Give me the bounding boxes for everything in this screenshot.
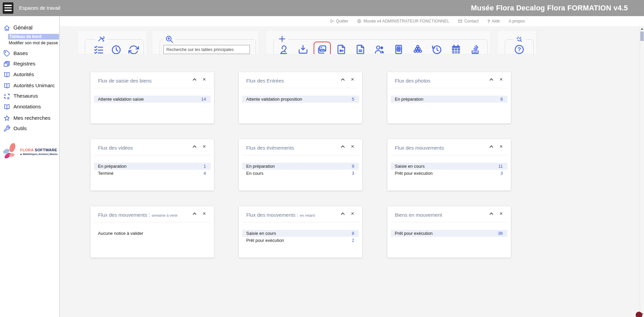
sidebar-item-label: Modifier son mot de passe [9, 41, 58, 45]
scrollbar-thumb[interactable] [640, 32, 644, 41]
cluster-icon[interactable] [412, 44, 423, 54]
hamburger-menu-button[interactable] [3, 2, 13, 14]
scroll-up-arrow-icon[interactable] [641, 28, 643, 30]
collapse-icon[interactable] [341, 213, 344, 216]
close-icon[interactable]: × [351, 143, 354, 150]
tools-icon [95, 35, 107, 44]
close-icon[interactable]: × [499, 76, 503, 83]
sidebar-item-label: Annotations [13, 104, 41, 110]
sidebar-item-general[interactable]: Général [3, 23, 33, 32]
row-label: En cours [246, 171, 263, 176]
collapse-icon[interactable] [490, 146, 493, 149]
card-row[interactable]: En préparation 8 [391, 96, 507, 103]
logo-text: FLORA SOFTWARE ● Bibliothèques | Archive… [20, 148, 58, 155]
workspaces-label[interactable]: Espaces de travail [19, 0, 60, 16]
calendar-icon[interactable] [450, 44, 462, 54]
collapse-icon[interactable] [341, 146, 344, 149]
sidebar-item-thesaurus[interactable]: AB Thesaurus [3, 92, 38, 100]
card-row[interactable]: Prêt pour exécution 3 [391, 170, 507, 177]
about-link[interactable]: A propos [508, 19, 525, 23]
clock-icon[interactable] [111, 44, 122, 54]
card-row[interactable]: Saisie en cours 11 [391, 163, 507, 170]
sidebar-item-registres[interactable]: Registres [3, 59, 35, 68]
close-icon[interactable]: × [203, 143, 206, 150]
card-row[interactable]: En préparation 1 [94, 163, 211, 170]
sidebar-item-annotations[interactable]: Annotations [3, 102, 41, 111]
vertical-scrollbar[interactable] [640, 26, 644, 317]
card-row[interactable]: Terminé 4 [94, 170, 211, 177]
people-icon[interactable] [374, 44, 385, 54]
card-row[interactable]: En cours 3 [242, 170, 359, 177]
video-doc-icon[interactable] [336, 44, 347, 54]
app-title: Musée Flora Decalog Flora FORMATION v4.5 [471, 0, 628, 16]
photos-icon-highlight [314, 42, 331, 54]
home-icon [3, 24, 10, 32]
collapse-icon[interactable] [341, 79, 344, 82]
close-icon[interactable]: × [203, 76, 206, 83]
toolbar-fieldset [160, 39, 256, 54]
row-label: En préparation [98, 164, 126, 169]
sidebar-item-tableau-de-bord[interactable]: Tableau de bord [8, 34, 59, 40]
close-icon[interactable]: × [499, 143, 503, 150]
card-row[interactable]: En préparation 9 [242, 163, 359, 170]
main-content: ? Flux de saisie des biens × Attente val… [60, 26, 640, 317]
refresh-icon[interactable] [128, 44, 139, 54]
divider [391, 88, 507, 88]
sidebar-item-autorites[interactable]: Autorités [3, 70, 34, 79]
card-row[interactable]: Saisie en cours 8 [242, 230, 359, 237]
user-circle-icon [357, 19, 362, 23]
close-icon[interactable]: × [351, 210, 354, 217]
sidebar-item-label: Autorités Unimarc [13, 83, 55, 89]
quit-label: Quitter [336, 19, 348, 23]
sidebar-item-outils[interactable]: Outils [3, 124, 27, 133]
bust-icon[interactable] [278, 44, 289, 54]
top-bar: Espaces de travail Musée Flora Decalog F… [0, 0, 644, 16]
sidebar-item-autorites-unimarc[interactable]: Autorités Unimarc [3, 81, 55, 90]
sidebar-item-modifier-mot-de-passe[interactable]: Modifier son mot de passe [9, 41, 58, 45]
card-row[interactable]: Prêt pour exécution 2 [242, 237, 359, 244]
card-row[interactable]: Prêt pour exécution 36 [391, 230, 507, 237]
logout-icon [330, 19, 334, 23]
divider [242, 88, 359, 88]
card-title: Flux des évènements [246, 145, 296, 151]
row-value: 2 [352, 238, 354, 243]
brand-tagline: ● Bibliothèques | Archives | Musées [20, 153, 58, 155]
text-doc-icon[interactable] [355, 44, 366, 54]
dashboard-card-flux-photos: Flux des photos × En préparation 8 [387, 72, 511, 123]
collapse-icon[interactable] [193, 213, 196, 216]
close-icon[interactable]: × [351, 76, 354, 83]
collapse-icon[interactable] [193, 79, 196, 82]
flora-software-logo: FLORA SOFTWARE ● Bibliothèques | Archive… [1, 142, 59, 161]
divider [391, 155, 507, 155]
help-link[interactable]: ? Aide [487, 19, 500, 24]
collapse-icon[interactable] [193, 146, 196, 149]
help-icon[interactable]: ? [514, 44, 525, 54]
close-icon[interactable]: × [499, 210, 503, 217]
contact-button[interactable]: Contact [458, 19, 478, 23]
stack-icon[interactable] [470, 44, 481, 54]
card-title: Flux de saisie des biens [98, 78, 153, 84]
toolbar-fieldset [273, 39, 488, 54]
close-icon[interactable]: × [203, 210, 206, 217]
sidebar-item-mes-recherches[interactable]: Mes recherches [3, 114, 50, 122]
collapse-icon[interactable] [490, 79, 493, 82]
dashboard-card-flux-evenements: Flux des évènements × En préparation 9 E… [239, 139, 362, 191]
row-value: 14 [201, 97, 206, 102]
search-input[interactable] [163, 45, 250, 54]
history-icon[interactable] [431, 44, 442, 54]
sidebar-item-bases[interactable]: Bases [3, 49, 28, 58]
help-label: Aide [492, 19, 500, 23]
quit-button[interactable]: Quitter [330, 19, 348, 23]
card-row[interactable]: Attente validation proposition 5 [242, 96, 359, 103]
import-icon[interactable] [298, 44, 309, 54]
card-row[interactable]: Attente validation saisie 14 [94, 96, 211, 103]
current-user[interactable]: Musée v4 ADMINISTRATEUR FONCTIONNEL [357, 19, 449, 23]
toolbar-group-search [152, 30, 259, 54]
photos-icon[interactable] [317, 50, 328, 54]
card-title: Flux des mouvements :semaine à venir [98, 212, 178, 218]
dashboard-card-biens-en-mouvement: Biens en mouvement × Prêt pour exécution… [387, 206, 511, 258]
checklist-icon[interactable] [93, 44, 104, 54]
cabinet-icon[interactable] [393, 44, 404, 54]
collapse-icon[interactable] [490, 213, 493, 216]
flora-flower-icon [1, 142, 19, 161]
